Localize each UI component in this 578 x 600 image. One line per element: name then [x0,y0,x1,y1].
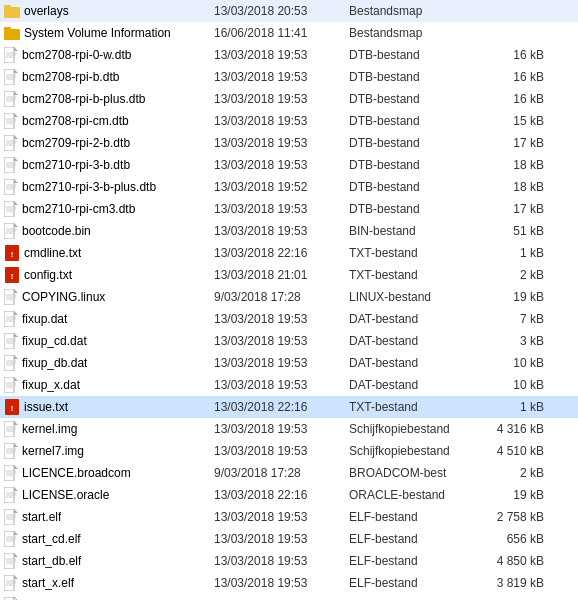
svg-marker-106 [14,531,18,535]
file-size: 16 kB [479,92,544,106]
table-row[interactable]: fixup.dat13/03/2018 19:53DAT-bestand7 kB [0,308,578,330]
table-row[interactable]: fixup_db.dat13/03/2018 19:53DAT-bestand1… [0,352,578,374]
file-size: 1 kB [479,400,544,414]
file-type: DTB-bestand [349,70,479,84]
table-row[interactable]: bcm2710-rpi-3-b-plus.dtb13/03/2018 19:52… [0,176,578,198]
svg-marker-64 [14,333,18,337]
table-row[interactable]: bcm2708-rpi-b-plus.dtb13/03/2018 19:53DT… [0,88,578,110]
table-row[interactable]: bcm2710-rpi-3-b.dtb13/03/2018 19:53DTB-b… [0,154,578,176]
file-type: DAT-bestand [349,334,479,348]
svg-marker-81 [14,421,18,425]
file-size: 15 kB [479,114,544,128]
table-row[interactable]: start_db.elf13/03/2018 19:53ELF-bestand4… [0,550,578,572]
table-row[interactable]: bcm2709-rpi-2-b.dtb13/03/2018 19:53DTB-b… [0,132,578,154]
file-name: fixup_db.dat [22,356,87,370]
table-row[interactable]: ssh7/06/2018 16:39Bestand0 kB [0,594,578,600]
table-row[interactable]: COPYING.linux9/03/2018 17:28LINUX-bestan… [0,286,578,308]
file-size: 1 kB [479,246,544,260]
folder-locked-icon [4,26,20,40]
table-row[interactable]: !config.txt13/03/2018 21:01TXT-bestand2 … [0,264,578,286]
table-row[interactable]: bcm2708-rpi-cm.dtb13/03/2018 19:53DTB-be… [0,110,578,132]
table-row[interactable]: start_x.elf13/03/2018 19:53ELF-bestand3 … [0,572,578,594]
svg-marker-96 [14,487,18,491]
file-type: BIN-bestand [349,224,479,238]
svg-marker-45 [14,223,18,227]
file-type: DTB-bestand [349,48,479,62]
file-size: 17 kB [479,202,544,216]
file-size: 7 kB [479,312,544,326]
file-date: 13/03/2018 22:16 [214,400,349,414]
svg-marker-86 [14,443,18,447]
table-row[interactable]: kernel.img13/03/2018 19:53Schijfkopiebes… [0,418,578,440]
file-size: 4 316 kB [479,422,544,436]
file-date: 13/03/2018 19:53 [214,70,349,84]
file-type: DTB-bestand [349,136,479,150]
file-date: 13/03/2018 19:53 [214,444,349,458]
file-size: 18 kB [479,180,544,194]
svg-marker-116 [14,575,18,579]
table-row[interactable]: fixup_cd.dat13/03/2018 19:53DAT-bestand3… [0,330,578,352]
file-name: kernel.img [22,422,77,436]
file-icon [4,575,18,591]
file-name: fixup.dat [22,312,67,326]
file-date: 13/03/2018 19:53 [214,92,349,106]
file-date: 13/03/2018 19:53 [214,532,349,546]
file-type: ELF-bestand [349,510,479,524]
table-row[interactable]: start.elf13/03/2018 19:53ELF-bestand2 75… [0,506,578,528]
table-row[interactable]: fixup_x.dat13/03/2018 19:53DAT-bestand10… [0,374,578,396]
file-type: ELF-bestand [349,576,479,590]
table-row[interactable]: !cmdline.txt13/03/2018 22:16TXT-bestand1… [0,242,578,264]
table-row[interactable]: LICENSE.oracle13/03/2018 22:16ORACLE-bes… [0,484,578,506]
file-icon [4,421,18,437]
file-date: 13/03/2018 20:53 [214,4,349,18]
file-date: 13/03/2018 19:53 [214,378,349,392]
file-name: bcm2710-rpi-cm3.dtb [22,202,135,216]
file-date: 13/03/2018 21:01 [214,268,349,282]
file-date: 13/03/2018 19:53 [214,510,349,524]
file-name: fixup_cd.dat [22,334,87,348]
svg-marker-91 [14,465,18,469]
file-icon [4,443,18,459]
svg-marker-111 [14,553,18,557]
file-icon [4,201,18,217]
file-icon [4,289,18,305]
file-type: Bestandsmap [349,26,479,40]
table-row[interactable]: kernel7.img13/03/2018 19:53Schijfkopiebe… [0,440,578,462]
svg-marker-59 [14,311,18,315]
file-name: LICENSE.oracle [22,488,109,502]
table-row[interactable]: start_cd.elf13/03/2018 19:53ELF-bestand6… [0,528,578,550]
table-row[interactable]: !issue.txt13/03/2018 22:16TXT-bestand1 k… [0,396,578,418]
file-size: 17 kB [479,136,544,150]
file-name: COPYING.linux [22,290,105,304]
svg-rect-3 [4,27,11,31]
file-date: 13/03/2018 19:53 [214,224,349,238]
file-icon [4,465,18,481]
folder-icon [4,4,20,18]
file-type: Schijfkopiebestand [349,444,479,458]
file-type: Schijfkopiebestand [349,422,479,436]
file-name: bcm2710-rpi-3-b.dtb [22,158,130,172]
table-row[interactable]: bcm2708-rpi-b.dtb13/03/2018 19:53DTB-bes… [0,66,578,88]
file-type: BROADCOM-best [349,466,479,480]
file-size: 19 kB [479,290,544,304]
file-size: 16 kB [479,70,544,84]
file-icon [4,333,18,349]
table-row[interactable]: bcm2708-rpi-0-w.dtb13/03/2018 19:53DTB-b… [0,44,578,66]
table-row[interactable]: bootcode.bin13/03/2018 19:53BIN-bestand5… [0,220,578,242]
file-type: LINUX-bestand [349,290,479,304]
file-type: DAT-bestand [349,312,479,326]
special-file-icon: ! [4,267,20,283]
file-type: DTB-bestand [349,92,479,106]
svg-rect-1 [4,5,11,9]
table-row[interactable]: System Volume Information16/06/2018 11:4… [0,22,578,44]
svg-marker-25 [14,135,18,139]
file-name: bcm2708-rpi-b-plus.dtb [22,92,145,106]
file-date: 13/03/2018 19:53 [214,48,349,62]
table-row[interactable]: LICENCE.broadcom9/03/2018 17:28BROADCOM-… [0,462,578,484]
svg-marker-69 [14,355,18,359]
file-type: TXT-bestand [349,268,479,282]
file-date: 13/03/2018 19:53 [214,422,349,436]
table-row[interactable]: bcm2710-rpi-cm3.dtb13/03/2018 19:53DTB-b… [0,198,578,220]
table-row[interactable]: overlays13/03/2018 20:53Bestandsmap [0,0,578,22]
svg-marker-101 [14,509,18,513]
